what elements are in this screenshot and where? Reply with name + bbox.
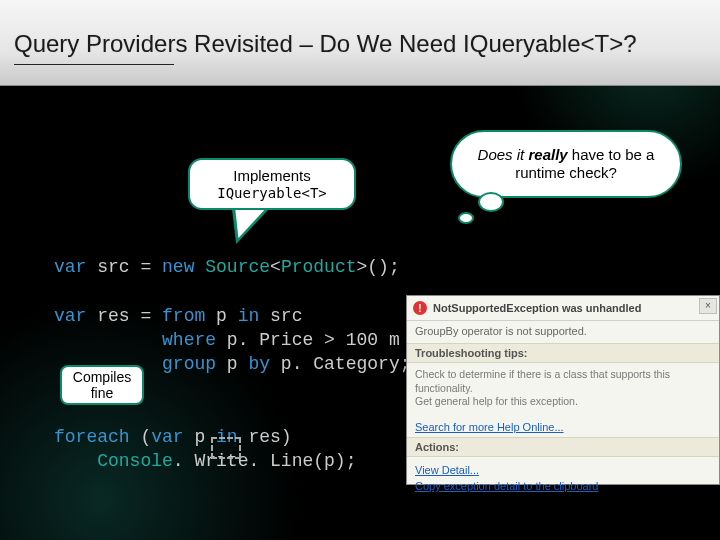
- speech-tail: [224, 208, 270, 244]
- view-detail-link[interactable]: View Detail...: [415, 464, 711, 476]
- thought-emph: really: [528, 146, 567, 163]
- kw-group: group: [162, 354, 216, 374]
- code-text: >();: [357, 257, 400, 277]
- close-button[interactable]: ×: [699, 298, 717, 314]
- code-text: src =: [86, 257, 162, 277]
- thought-bubble: Does it really have to be a runtime chec…: [450, 130, 682, 210]
- kw-from: from: [162, 306, 205, 326]
- kw-foreach: foreach: [54, 427, 130, 447]
- thought-text: Does it really have to be a runtime chec…: [450, 130, 682, 198]
- thought-prefix: Does it: [478, 146, 529, 163]
- code-text: res =: [86, 306, 162, 326]
- kw-new: new: [162, 257, 194, 277]
- actions-body: View Detail... Copy exception detail to …: [407, 457, 719, 502]
- code-text: src: [259, 306, 302, 326]
- callout-line2: IQueryable<T>: [217, 185, 327, 201]
- code-text: res): [238, 427, 292, 447]
- kw-where: where: [162, 330, 216, 350]
- callout-line1: Implements: [233, 167, 311, 184]
- actions-header: Actions:: [407, 437, 719, 457]
- kw-var: var: [54, 257, 86, 277]
- exception-header: ! NotSupportedException was unhandled: [407, 296, 719, 321]
- callout-implements: Implements IQueryable<T>: [188, 158, 356, 210]
- exception-message: GroupBy operator is not supported.: [407, 321, 719, 343]
- thought-bubble-dot1: [478, 192, 504, 212]
- kw-var: var: [54, 306, 86, 326]
- slide: Query Providers Revisited – Do We Need I…: [0, 0, 720, 540]
- code-pad: [54, 330, 162, 350]
- slide-title: Query Providers Revisited – Do We Need I…: [14, 30, 637, 58]
- tip-line2: Get general help for this exception.: [415, 395, 711, 409]
- callout-compiles-fine: Compiles fine: [60, 365, 144, 405]
- copy-detail-link[interactable]: Copy exception detail to the clipboard: [415, 480, 711, 492]
- type-product: Product: [281, 257, 357, 277]
- title-underline: [14, 64, 174, 65]
- code-pad: [54, 451, 97, 471]
- exception-popup: × ! NotSupportedException was unhandled …: [406, 295, 720, 485]
- type-console: Console: [97, 451, 173, 471]
- kw-by: by: [248, 354, 270, 374]
- kw-in: in: [238, 306, 260, 326]
- tips-body: Check to determine if there is a class t…: [407, 363, 719, 417]
- kw-var: var: [151, 427, 183, 447]
- code-text: p: [216, 354, 248, 374]
- dashed-highlight-in: [211, 437, 241, 459]
- code-text: <: [270, 257, 281, 277]
- tip-line1: Check to determine if there is a class t…: [415, 368, 711, 395]
- exception-title: NotSupportedException was unhandled: [433, 302, 641, 314]
- code-text: p: [205, 306, 237, 326]
- code-text: p. Category;: [270, 354, 410, 374]
- code-text: [194, 257, 205, 277]
- code-text: (: [130, 427, 152, 447]
- type-source: Source: [205, 257, 270, 277]
- tips-header: Troubleshooting tips:: [407, 343, 719, 363]
- error-icon: !: [413, 301, 427, 315]
- code-text: p. Price > 100 m: [216, 330, 400, 350]
- thought-bubble-dot2: [458, 212, 474, 224]
- search-help-link[interactable]: Search for more Help Online...: [415, 421, 711, 433]
- code-text: . Write. Line(p);: [173, 451, 357, 471]
